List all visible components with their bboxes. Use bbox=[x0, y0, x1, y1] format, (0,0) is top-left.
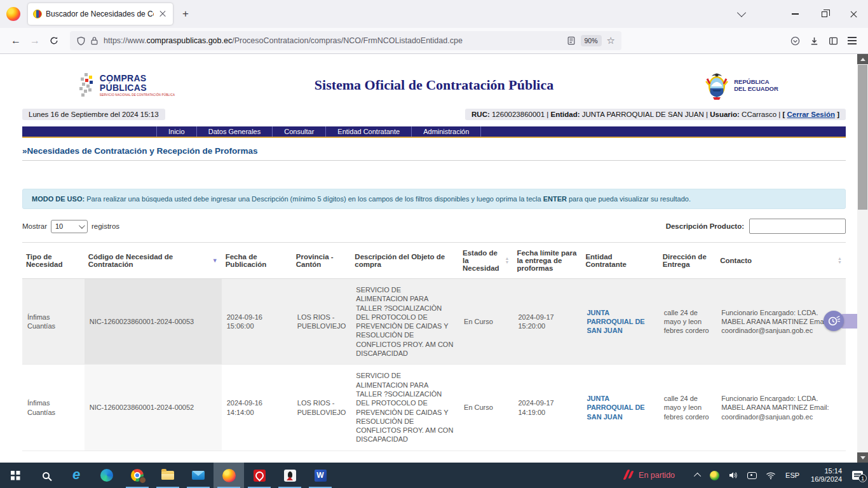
usage-text-1: Para realizar una búsqueda usted debe in… bbox=[86, 195, 541, 203]
nav-item-datos-generales[interactable]: Datos Generales bbox=[197, 126, 273, 137]
tray-clock[interactable]: 15:14 16/9/2024 bbox=[811, 467, 842, 484]
notification-badge: 1 bbox=[858, 474, 867, 482]
main-nav-items: InicioDatos GeneralesConsultarEntidad Co… bbox=[157, 126, 481, 137]
firefox-icon bbox=[222, 469, 236, 482]
logo-text-line2: PÚBLICAS bbox=[100, 83, 175, 93]
downloads-button[interactable] bbox=[804, 31, 824, 50]
tracking-shield-icon[interactable] bbox=[76, 36, 86, 46]
main-nav: InicioDatos GeneralesConsultarEntidad Co… bbox=[22, 126, 846, 138]
url-bar[interactable]: https://www.compraspublicas.gob.ec/Proce… bbox=[70, 31, 621, 50]
col-header-label: Descripción del Objeto de compra bbox=[355, 253, 455, 268]
compras-publicas-logo: COMPRAS PÚBLICAS SERVICIO NACIONAL DE CO… bbox=[79, 73, 175, 97]
system-tray: En partido ESP 15:14 16/9/2024 1 bbox=[623, 463, 868, 488]
chrome-profile-badge bbox=[139, 477, 146, 484]
user-label: Usuario: bbox=[710, 111, 740, 118]
product-filter-input[interactable] bbox=[749, 219, 846, 234]
internet-explorer-taskbar-button[interactable] bbox=[61, 463, 92, 488]
reader-view-icon[interactable] bbox=[567, 36, 576, 45]
page-length-select[interactable]: 10 bbox=[51, 220, 88, 233]
file-explorer-taskbar-button[interactable] bbox=[153, 463, 183, 488]
col-header-tipo-de-necesidad[interactable]: Tipo de Necesidad bbox=[22, 243, 85, 279]
page-main-title: Sistema Oficial de Contratación Pública bbox=[232, 77, 636, 93]
ecuador-coat-of-arms-icon bbox=[703, 70, 730, 100]
nav-item-administracion[interactable]: Administración bbox=[412, 126, 481, 137]
page-content: COMPRAS PÚBLICAS SERVICIO NACIONAL DE CO… bbox=[0, 54, 857, 463]
start-icon bbox=[11, 471, 20, 480]
volume-button[interactable] bbox=[728, 471, 738, 480]
col-header-label: Entidad Contratante bbox=[585, 253, 654, 268]
col-header-entidad-contratante[interactable]: Entidad Contratante bbox=[581, 243, 658, 279]
search-taskbar-button[interactable] bbox=[31, 463, 61, 488]
sort-both-icon: ▲▼ bbox=[505, 257, 509, 264]
col-header-label: Provincia - Cantón bbox=[296, 253, 348, 268]
table-controls: Mostrar 10 registros Descripción Product… bbox=[22, 219, 846, 234]
scroll-up-button[interactable] bbox=[857, 54, 868, 64]
start-taskbar-button[interactable] bbox=[0, 463, 31, 488]
col-header-estado-de-la-necesidad[interactable]: Estado de la Necesidad▲▼ bbox=[459, 243, 513, 279]
cell-contacto: Funcionario Encargado: LCDA. MABEL ARANA… bbox=[716, 365, 846, 451]
openjdk-taskbar-button[interactable] bbox=[275, 463, 305, 488]
logout-bracket-open: [ bbox=[782, 111, 785, 118]
floating-time-widget[interactable] bbox=[824, 311, 844, 331]
edge-taskbar-button[interactable] bbox=[92, 463, 122, 488]
action-center-button[interactable]: 1 bbox=[852, 471, 863, 480]
col-header-label: Fecha de Publicación bbox=[226, 253, 288, 268]
col-header-provincia-canton[interactable]: Provincia - Cantón bbox=[292, 243, 351, 279]
nav-item-inicio[interactable]: Inicio bbox=[157, 126, 197, 137]
zoom-level-badge[interactable]: 90% bbox=[581, 35, 602, 46]
col-header-label: Dirección de Entrega bbox=[663, 253, 713, 268]
col-header-direccion-de-entrega[interactable]: Dirección de Entrega bbox=[659, 243, 717, 279]
browser-titlebar: Buscador de Necesidades de Co + bbox=[0, 0, 868, 28]
mail-taskbar-button[interactable] bbox=[183, 463, 214, 488]
pocket-button[interactable] bbox=[785, 31, 804, 50]
new-tab-button[interactable]: + bbox=[177, 5, 194, 23]
nav-item-entidad-contratante[interactable]: Entidad Contratante bbox=[326, 126, 412, 137]
windows-taskbar: En partido ESP 15:14 16/9/2024 1 bbox=[0, 463, 868, 488]
meet-now-button[interactable] bbox=[747, 472, 757, 479]
url-text[interactable]: https://www.compraspublicas.gob.ec/Proce… bbox=[104, 36, 567, 45]
cell-tipo: Ínfimas Cuantías bbox=[22, 279, 85, 365]
minimize-button[interactable] bbox=[780, 0, 810, 28]
browser-tab[interactable]: Buscador de Necesidades de Co bbox=[28, 3, 173, 25]
sidebars-button[interactable] bbox=[824, 31, 843, 50]
entity-link[interactable]: JUNTA PARROQUIAL DE SAN JUAN bbox=[587, 395, 644, 421]
list-tabs-button[interactable] bbox=[731, 4, 752, 24]
col-header-fecha-de-publicacion[interactable]: Fecha de Publicación bbox=[222, 243, 292, 279]
menu-button[interactable] bbox=[843, 31, 862, 50]
nav-item-consultar[interactable]: Consultar bbox=[273, 126, 326, 137]
logo-text-line1: COMPRAS bbox=[100, 74, 175, 83]
close-button[interactable] bbox=[839, 0, 868, 28]
restore-button[interactable] bbox=[810, 0, 839, 28]
entity-link[interactable]: JUNTA PARROQUIAL DE SAN JUAN bbox=[587, 309, 644, 335]
col-header-descripcion-del-objeto-de-compra[interactable]: Descripción del Objeto de compra bbox=[351, 243, 459, 279]
antivirus-tray-button[interactable] bbox=[710, 471, 719, 480]
col-header-contacto[interactable]: Contacto▲▼ bbox=[716, 243, 846, 279]
usage-bold: MODO DE USO: bbox=[32, 195, 85, 203]
bookmark-star-icon[interactable]: ☆ bbox=[607, 35, 615, 46]
tab-close-icon[interactable] bbox=[158, 9, 168, 19]
laliga-widget[interactable]: En partido bbox=[623, 470, 675, 481]
col-header-fecha-limite-para-la-entrega-de-proformas[interactable]: Fecha límite para la entrega de proforma… bbox=[513, 243, 581, 279]
acrobat-reader-taskbar-button[interactable] bbox=[244, 463, 275, 488]
back-button[interactable]: ← bbox=[6, 31, 25, 50]
entity-label: Entidad: bbox=[551, 111, 580, 118]
keyboard-language[interactable]: ESP bbox=[785, 471, 799, 479]
logout-link[interactable]: Cerrar Sesión bbox=[787, 111, 835, 118]
records-label: registros bbox=[92, 222, 119, 230]
usage-bold-2: ENTER bbox=[543, 195, 567, 203]
reload-button[interactable] bbox=[44, 31, 64, 50]
chrome-taskbar-button[interactable] bbox=[122, 463, 153, 488]
page-scrollbar[interactable] bbox=[857, 54, 868, 463]
tray-expand-button[interactable] bbox=[696, 473, 701, 478]
search-icon bbox=[43, 472, 50, 479]
firefox-taskbar-button[interactable] bbox=[214, 463, 244, 488]
forward-button[interactable]: → bbox=[25, 31, 44, 50]
word-taskbar-button[interactable] bbox=[305, 463, 336, 488]
winged-clock-icon[interactable] bbox=[824, 311, 844, 331]
network-button[interactable] bbox=[766, 471, 776, 480]
cell-fecha-publicacion: 2024-09-16 15:06:00 bbox=[222, 279, 292, 365]
scroll-down-button[interactable] bbox=[857, 452, 868, 463]
lock-icon[interactable] bbox=[90, 36, 98, 45]
scrollbar-thumb[interactable] bbox=[858, 65, 867, 210]
col-header-codigo-de-necesidad-de-contratacion[interactable]: Código de Necesidad de Contratación▼ bbox=[85, 243, 222, 279]
